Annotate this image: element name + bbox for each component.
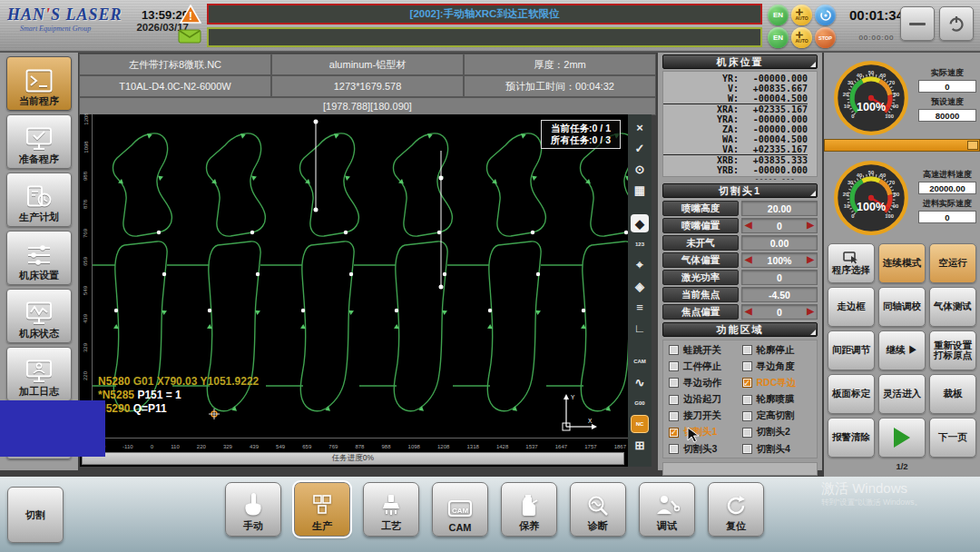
tab-reset[interactable]: 复位 xyxy=(708,482,764,537)
auto-indicator-2[interactable]: ✛AUTO xyxy=(791,27,812,48)
sheet-size[interactable]: 1273*1679.578 xyxy=(272,76,463,96)
increase-arrow-icon[interactable]: ▶ xyxy=(807,220,814,230)
power-button[interactable] xyxy=(939,6,974,41)
minimize-button[interactable] xyxy=(900,6,935,41)
function-checkbox[interactable]: 切割头1 xyxy=(669,426,742,439)
tab-maintenance[interactable]: 保养 xyxy=(501,482,557,537)
warning-icon[interactable]: ! xyxy=(180,5,201,24)
checkbox-icon[interactable] xyxy=(669,411,679,421)
checkbox-icon[interactable] xyxy=(742,378,752,388)
increase-arrow-icon[interactable]: ▶ xyxy=(807,306,814,316)
function-checkbox[interactable]: 寻边动作 xyxy=(669,376,742,389)
function-checkbox[interactable]: 接刀开关 xyxy=(669,409,742,423)
action-button[interactable]: 间距调节 xyxy=(828,330,875,370)
canvas-tool-button[interactable]: ◆ xyxy=(631,214,649,232)
actual-speed-value[interactable]: 0 xyxy=(918,80,976,93)
tool-spec[interactable]: T10AL-D4.0C-N2-6000W xyxy=(80,76,270,96)
param-label-button[interactable]: 激光功率 xyxy=(662,270,739,285)
param-label-button[interactable]: 未开气 xyxy=(662,235,739,251)
checkbox-icon[interactable] xyxy=(742,395,752,405)
checkbox-icon[interactable] xyxy=(742,444,752,454)
action-button[interactable]: 程序选择 xyxy=(828,243,875,283)
param-label-button[interactable]: 喷嘴高度 xyxy=(662,201,739,216)
decrease-arrow-icon[interactable]: ◀ xyxy=(745,254,752,264)
canvas-tool-button[interactable]: ≡ xyxy=(631,298,649,316)
function-checkbox[interactable]: 切割头3 xyxy=(669,442,742,456)
sidebar-item-prepare-program[interactable]: 准备程序 xyxy=(6,114,72,169)
action-button[interactable]: 板面标定 xyxy=(828,374,875,414)
checkbox-icon[interactable] xyxy=(669,345,679,355)
material[interactable]: aluminum-铝型材 xyxy=(272,54,463,74)
function-checkbox[interactable]: 轮廓喷膜 xyxy=(742,393,816,407)
param-value[interactable]: ◀ 0 ▶ xyxy=(741,304,818,320)
file-name[interactable]: 左件带打标8微联.NC xyxy=(80,54,270,74)
canvas-tool-button[interactable]: ⌖ xyxy=(631,256,649,274)
param-value[interactable]: ◀ 0 ▶ xyxy=(741,218,818,233)
canvas-tool-button[interactable]: NC xyxy=(631,415,649,433)
checkbox-icon[interactable] xyxy=(669,444,679,454)
sidebar-item-machine-settings[interactable]: 机床设置 xyxy=(6,231,72,285)
plot-area[interactable]: 当前任务:0 / 1 所有任务:0 / 3 N5280 G01 X790.03 … xyxy=(93,114,628,439)
param-value[interactable]: ◀ 0 ▶ xyxy=(741,270,818,285)
action-button[interactable]: 灵活进入 xyxy=(878,374,926,414)
canvas-tool-button[interactable]: 123 xyxy=(631,235,649,253)
param-value[interactable]: ◀ 20.00 ▶ xyxy=(741,201,818,216)
canvas-tool-button[interactable]: ▦ xyxy=(631,181,649,199)
function-checkbox[interactable]: 蛙跳开关 xyxy=(669,343,742,357)
action-button[interactable]: 空运行 xyxy=(929,243,976,283)
function-checkbox[interactable]: 切割头4 xyxy=(742,442,816,456)
sidebar-item-machine-status[interactable]: 机床状态 xyxy=(6,289,72,343)
function-checkbox[interactable]: RDC寻边 xyxy=(742,376,816,389)
tab-process[interactable]: 工艺 xyxy=(363,482,419,537)
feed-speed-value[interactable]: 20000.00 xyxy=(918,182,976,194)
canvas-tool-button[interactable]: G00 xyxy=(631,394,649,412)
canvas-tool-button[interactable]: ✓ xyxy=(631,139,649,157)
checkbox-icon[interactable] xyxy=(669,361,679,371)
estimated-time[interactable]: 预计加工时间：00:04:32 xyxy=(465,76,655,96)
tab-debug[interactable]: 调试 xyxy=(639,482,695,537)
param-value[interactable]: ◀ 100% ▶ xyxy=(741,252,818,268)
en-indicator-1[interactable]: EN xyxy=(768,5,789,25)
checkbox-icon[interactable] xyxy=(742,428,752,438)
info-banner[interactable] xyxy=(207,27,762,47)
action-button[interactable]: 报警清除 xyxy=(828,418,875,458)
tab-production[interactable]: 生产 xyxy=(294,482,350,537)
param-label-button[interactable]: 当前焦点 xyxy=(662,287,739,302)
decrease-arrow-icon[interactable]: ◀ xyxy=(745,220,752,230)
auto-indicator-1[interactable]: ✛AUTO xyxy=(791,5,812,25)
function-checkbox[interactable]: 工件停止 xyxy=(669,360,742,373)
function-checkbox[interactable]: 定高切割 xyxy=(742,409,816,423)
alarm-banner[interactable]: [2002]:手动轴XRC到达正软限位 xyxy=(207,4,762,25)
checkbox-icon[interactable] xyxy=(742,361,752,371)
param-label-button[interactable]: 喷嘴偏置 xyxy=(662,218,739,233)
canvas-tool-button[interactable]: ⊙ xyxy=(631,160,649,178)
thickness[interactable]: 厚度：2mm xyxy=(465,54,655,74)
tab-manual[interactable]: 手动 xyxy=(225,482,281,537)
action-button[interactable]: 继续 ▶ xyxy=(878,330,926,370)
sidebar-item-process-log[interactable]: 加工日志 xyxy=(6,347,72,401)
param-label-button[interactable]: 焦点偏置 xyxy=(662,304,739,320)
action-button[interactable]: 下一页 xyxy=(929,418,976,458)
increase-arrow-icon[interactable]: ▶ xyxy=(807,254,814,264)
function-checkbox[interactable]: 轮廓停止 xyxy=(742,343,816,357)
action-button[interactable] xyxy=(878,418,926,458)
toolpath-canvas[interactable]: 120810989888787696595494393292201100 xyxy=(80,114,652,467)
rotate-indicator[interactable] xyxy=(815,5,836,25)
action-button[interactable]: 气体测试 xyxy=(929,287,976,327)
message-icon[interactable] xyxy=(178,29,201,44)
action-button[interactable]: 走边框 xyxy=(828,287,875,327)
slider-handle[interactable] xyxy=(967,141,978,150)
param-value[interactable]: ◀ -4.50 ▶ xyxy=(741,287,818,302)
function-checkbox[interactable]: 寻边角度 xyxy=(742,360,816,373)
canvas-tool-button[interactable]: CAM xyxy=(631,352,649,370)
canvas-tool-button[interactable]: × xyxy=(631,118,649,136)
canvas-tool-button[interactable]: ◈ xyxy=(631,277,649,295)
decrease-arrow-icon[interactable]: ◀ xyxy=(745,306,752,316)
checkbox-icon[interactable] xyxy=(669,428,679,438)
param-value[interactable]: ◀ 0.00 ▶ xyxy=(741,235,818,251)
sidebar-item-production-plan[interactable]: 生产计划 xyxy=(6,172,72,227)
tab-diagnosis[interactable]: 诊断 xyxy=(570,482,626,537)
action-button[interactable]: 裁板 xyxy=(929,374,976,414)
action-button[interactable]: 重新设置打标原点 xyxy=(929,330,976,370)
param-label-button[interactable]: 气体偏置 xyxy=(662,252,739,268)
